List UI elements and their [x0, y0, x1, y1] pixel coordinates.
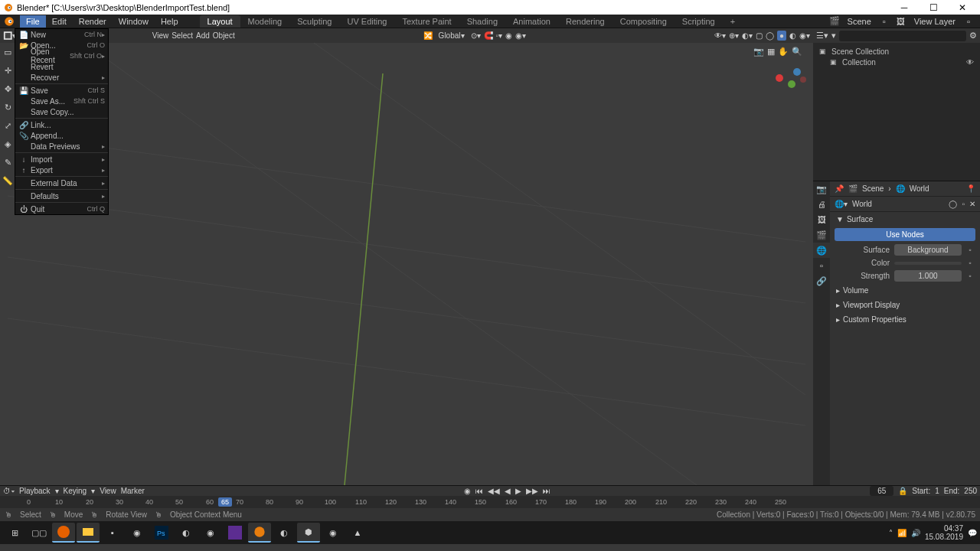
timeline-marker[interactable]: Marker [121, 487, 145, 495]
tray-network-icon[interactable]: 📶 [897, 529, 906, 537]
jump-end-icon[interactable]: ⏭ [543, 487, 550, 495]
color-swatch[interactable] [894, 262, 962, 265]
timeline-view[interactable]: View [100, 487, 116, 495]
timeline-type-icon[interactable]: ⏱▾ [3, 487, 15, 495]
orientation-dropdown[interactable]: Global▾ [436, 31, 468, 40]
shading-rendered[interactable]: ◉▾ [799, 31, 810, 40]
viewport-object-menu[interactable]: Object [213, 31, 235, 40]
visibility-icon[interactable]: 👁▾ [714, 31, 726, 40]
taskbar-visualstudio[interactable] [224, 523, 247, 543]
overlay-icon[interactable]: ◐▾ [742, 31, 753, 40]
outliner-collection[interactable]: ▣ Collection 👁 [816, 57, 977, 67]
viewport-select-menu[interactable]: Select [172, 31, 193, 40]
menu-item-export[interactable]: ↑ Export ▸ [15, 165, 108, 175]
tool-rotate[interactable]: ↻ [0, 98, 15, 116]
new-scene-icon[interactable]: ▫ [877, 15, 892, 28]
props-tab-constraints[interactable]: 🔗 [813, 273, 830, 289]
taskview-icon[interactable]: ▢▢ [28, 523, 51, 543]
tool-measure[interactable]: 📏 [0, 171, 15, 190]
viewlayer-name[interactable]: View Layer [914, 17, 956, 26]
timeline-keying[interactable]: Keying [64, 487, 87, 495]
section-viewport-display[interactable]: ▸ Viewport Display [830, 298, 980, 312]
jump-prev-keyframe-icon[interactable]: ◀◀ [488, 487, 500, 495]
pan-icon[interactable]: ✋ [778, 47, 789, 57]
world-delete-icon[interactable]: ✕ [969, 200, 975, 208]
workspace-animation[interactable]: Animation [505, 15, 558, 28]
tool-annotate[interactable]: ✎ [0, 153, 15, 171]
section-surface[interactable]: ▼ Surface [830, 212, 980, 227]
menu-render[interactable]: Render [73, 15, 113, 28]
taskbar-app1[interactable]: ▪ [101, 523, 124, 543]
menu-item-new[interactable]: 📄 New Ctrl N ▸ [15, 29, 108, 40]
menu-item-recover[interactable]: Recover ▸ [15, 72, 108, 83]
menu-item-import[interactable]: ↓ Import ▸ [15, 154, 108, 165]
taskbar-blender[interactable] [248, 523, 271, 543]
world-new-icon[interactable]: ▫ [962, 200, 965, 208]
taskbar-app2[interactable]: ◐ [175, 523, 198, 543]
tray-date[interactable]: 15.08.2019 [925, 533, 963, 541]
camera-view-icon[interactable]: 📷 [753, 47, 764, 57]
outliner-filter-icon[interactable]: ⚙ [969, 31, 977, 41]
menu-item-quit[interactable]: ⏻ Quit Ctrl Q [15, 204, 108, 214]
taskbar-photoshop[interactable]: Ps [150, 523, 173, 543]
world-datablock-icon[interactable]: 🌐▾ [835, 200, 848, 208]
menu-item-save-as[interactable]: Save As... Shft Ctrl S [15, 96, 108, 106]
proportional-icon[interactable]: ◉ [505, 31, 512, 40]
workspace-sculpting[interactable]: Sculpting [289, 15, 339, 28]
world-users-icon[interactable]: ◯ [949, 200, 957, 208]
viewport-view-menu[interactable]: View [152, 31, 169, 40]
section-volume[interactable]: ▸ Volume [830, 283, 980, 298]
props-tab-scene[interactable]: 🎬 [813, 227, 830, 243]
menu-item-revert[interactable]: Revert [15, 61, 108, 72]
viewport-canvas[interactable] [0, 43, 813, 485]
snap-icon[interactable]: 🧲 [484, 31, 493, 40]
menu-item-data-previews[interactable]: Data Previews ▸ [15, 141, 108, 152]
menu-item-defaults[interactable]: Defaults ▸ [15, 191, 108, 201]
taskbar-app3[interactable]: ◉ [199, 523, 222, 543]
outliner-search[interactable] [839, 31, 966, 41]
sync-icon[interactable]: 🔒 [898, 487, 907, 495]
taskbar-firefox[interactable] [52, 523, 75, 543]
workspace-texture[interactable]: Texture Paint [394, 15, 459, 28]
tool-select[interactable]: ▭ [0, 43, 15, 61]
proportional-dropdown[interactable]: ◉▾ [515, 31, 526, 40]
section-custom-properties[interactable]: ▸ Custom Properties [830, 312, 980, 327]
end-frame-field[interactable]: 250 [964, 487, 977, 495]
strength-input-dot[interactable]: ◦ [966, 272, 974, 280]
zoom-icon[interactable]: 🔍 [792, 47, 802, 57]
props-tab-render[interactable]: 📷 [813, 181, 830, 197]
outliner-scene-collection[interactable]: ▣ Scene Collection [816, 46, 977, 57]
jump-next-keyframe-icon[interactable]: ▶▶ [526, 487, 538, 495]
menu-help[interactable]: Help [155, 15, 185, 28]
surface-shader-dropdown[interactable]: Background [894, 244, 962, 256]
snap-dropdown[interactable]: ▫▾ [496, 31, 503, 40]
axis-gizmo[interactable] [769, 63, 807, 101]
menu-edit[interactable]: Edit [46, 15, 73, 28]
menu-item-external-data[interactable]: External Data ▸ [15, 178, 108, 188]
taskbar-steam[interactable]: ◉ [126, 523, 149, 543]
menu-item-append[interactable]: 📎 Append... [15, 130, 108, 141]
color-input-dot[interactable]: ◦ [966, 259, 974, 267]
maximize-button[interactable]: ☐ [919, 0, 948, 15]
taskbar-app6[interactable]: ▲ [346, 523, 369, 543]
taskbar-unreal[interactable]: ⬢ [297, 523, 320, 543]
workspace-scripting[interactable]: Scripting [675, 15, 723, 28]
tool-move[interactable]: ✥ [0, 80, 15, 98]
props-tab-object[interactable]: ▫ [813, 258, 830, 273]
play-icon[interactable]: ▶ [515, 487, 521, 495]
viewlayer-icon[interactable]: 🖼 [893, 15, 909, 28]
start-button[interactable]: ⊞ [3, 523, 26, 543]
surface-input-dot[interactable]: ◦ [966, 246, 974, 254]
props-tab-output[interactable]: 🖨 [813, 197, 830, 212]
outliner-display-icon[interactable]: ▾ [831, 31, 836, 41]
workspace-shading[interactable]: Shading [459, 15, 505, 28]
menu-item-link[interactable]: 🔗 Link... [15, 119, 108, 130]
minimize-button[interactable]: ─ [890, 0, 919, 15]
shading-lookdev[interactable]: ◐ [789, 31, 796, 40]
start-frame-field[interactable]: 1 [935, 487, 939, 495]
scene-name[interactable]: Scene [848, 17, 871, 26]
tray-expand-icon[interactable]: ˄ [889, 529, 893, 537]
tray-time[interactable]: 04:37 [925, 524, 963, 533]
menu-window[interactable]: Window [113, 15, 155, 28]
jump-start-icon[interactable]: ⏮ [475, 487, 483, 495]
